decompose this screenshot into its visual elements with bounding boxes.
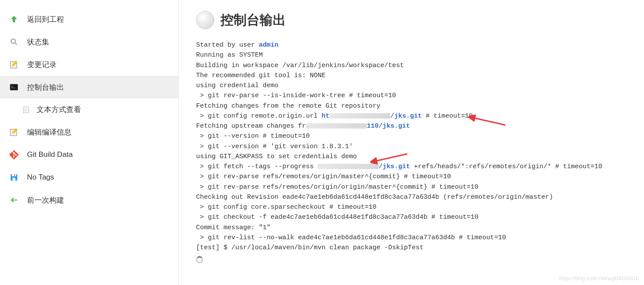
console-line: Fetching changes from the remote Git rep… (196, 102, 380, 110)
redacted-text (318, 164, 379, 169)
loading-spinner-icon (196, 256, 203, 263)
console-line: using credential demo (196, 82, 278, 89)
watermark: https://blog.csdn.net/wgl04193410 (559, 275, 639, 282)
svg-rect-6 (24, 107, 29, 113)
redacted-text (329, 113, 390, 119)
console-output: Started by user admin Running as SYSTEM … (196, 40, 627, 263)
console-line: Building in workspace /var/lib/jenkins/w… (196, 62, 404, 69)
document-icon (22, 105, 31, 114)
git-url-link[interactable]: ht/jks.git (322, 112, 422, 120)
sidebar-item-back-to-project[interactable]: 返回到工程 (0, 8, 178, 31)
sidebar-item-label: 变更记录 (27, 60, 57, 70)
sidebar-item-label: 状态集 (27, 37, 49, 47)
console-line: Checking out Revision eade4c7ae1eb6da61c… (196, 193, 553, 201)
sidebar-item-label: 编辑编译信息 (27, 127, 71, 137)
sidebar-item-console-output[interactable]: 控制台输出 (0, 76, 178, 98)
save-icon (9, 172, 19, 183)
sidebar-item-git-build-data[interactable]: Git Build Data (0, 143, 178, 166)
console-line: > git rev-parse refs/remotes/origin/orig… (196, 183, 478, 191)
sidebar: 返回到工程 状态集 变更记录 控制台输出 文本方式查看 编辑编译信息 Git B… (0, 0, 179, 285)
sidebar-item-label: 控制台输出 (27, 82, 64, 92)
svg-rect-10 (13, 178, 16, 181)
git-url-link[interactable]: /jks.git (318, 163, 410, 170)
svg-rect-9 (12, 174, 16, 176)
console-line: > git config remote.origin.url (196, 112, 322, 120)
sidebar-item-label: No Tags (27, 173, 54, 182)
console-line: > git rev-list --no-walk eade4c7ae1eb6da… (196, 234, 506, 241)
redacted-text (306, 123, 367, 129)
search-icon (9, 37, 19, 47)
console-line: The recommended git tool is: NONE (196, 72, 325, 79)
notepad-icon (9, 59, 19, 70)
console-line: # timeout=10 (422, 112, 473, 120)
sidebar-item-label: Git Build Data (27, 150, 73, 159)
sidebar-item-view-as-text[interactable]: 文本方式查看 (0, 98, 178, 121)
console-line: using GIT_ASKPASS to set credentials dem… (196, 153, 357, 160)
notepad-icon (9, 127, 19, 137)
svg-rect-4 (10, 85, 18, 90)
console-line: Fetching upstream changes fr (196, 122, 306, 130)
console-line: +refs/heads/*:refs/remotes/origin/* # ti… (410, 163, 602, 170)
sidebar-item-previous-build[interactable]: 前一次构建 (0, 189, 178, 211)
left-arrow-icon (9, 195, 19, 205)
console-line: > git --version # timeout=10 (196, 132, 310, 140)
sidebar-item-label: 文本方式查看 (37, 105, 81, 115)
console-line: [test] $ /usr/local/maven/bin/mvn clean … (196, 244, 424, 251)
console-line: > git fetch --tags --progress (196, 163, 318, 170)
sidebar-item-label: 返回到工程 (27, 14, 64, 24)
page-header: 控制台输出 (196, 11, 627, 29)
terminal-icon (9, 82, 19, 92)
git-icon (9, 149, 19, 160)
build-status-ball-icon (196, 11, 214, 29)
console-line: > git rev-parse --is-inside-work-tree # … (196, 92, 396, 99)
console-line: > git rev-parse refs/remotes/origin/mast… (196, 173, 451, 180)
main-content: 控制台输出 Started by user admin Running as S… (179, 0, 644, 285)
user-link[interactable]: admin (259, 41, 278, 49)
sidebar-item-label: 前一次构建 (27, 195, 64, 205)
console-line: > git --version # 'git version 1.8.3.1' (196, 143, 353, 150)
sidebar-item-status[interactable]: 状态集 (0, 31, 178, 53)
git-url-link[interactable]: 110/jks.git (306, 122, 410, 130)
page-title: 控制台输出 (220, 11, 286, 29)
console-line: > git config core.sparsecheckout # timeo… (196, 204, 376, 211)
sidebar-item-edit-build-info[interactable]: 编辑编译信息 (0, 121, 178, 143)
console-line: Commit message: "1" (196, 224, 271, 231)
console-line: Started by user (196, 41, 259, 49)
sidebar-item-changes[interactable]: 变更记录 (0, 53, 178, 76)
sidebar-item-no-tags[interactable]: No Tags (0, 166, 178, 189)
svg-point-0 (11, 39, 15, 43)
console-line: > git checkout -f eade4c7ae1eb6da61cd448… (196, 214, 478, 221)
svg-line-1 (15, 43, 17, 45)
console-line: Running as SYSTEM (196, 51, 263, 59)
up-arrow-icon (9, 14, 19, 24)
svg-rect-11 (14, 174, 15, 176)
